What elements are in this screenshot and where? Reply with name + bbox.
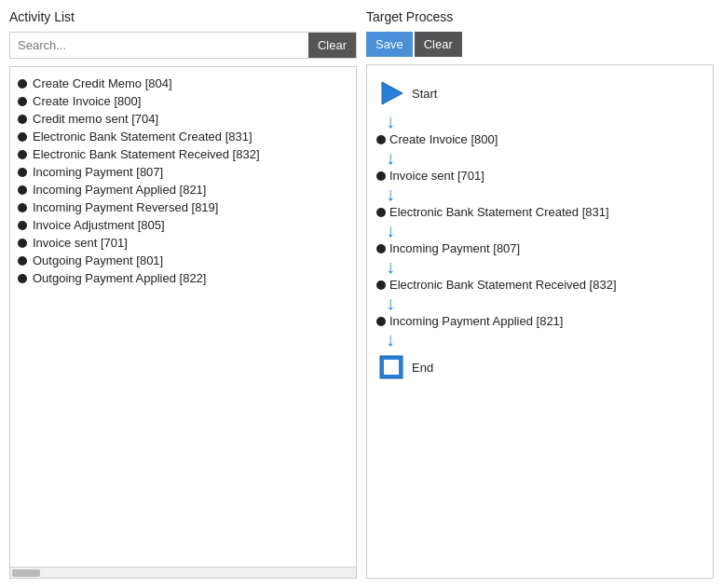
search-bar: Clear — [9, 32, 357, 59]
activity-bullet — [376, 171, 386, 181]
arrow-down-4: ↓ — [386, 257, 617, 276]
right-panel-inner: Target Process Save Clear Start ↓ — [366, 9, 714, 579]
start-node: Start — [376, 78, 437, 108]
list-item-label: Credit memo sent [704] — [33, 112, 158, 126]
list-item-label: Electronic Bank Statement Received [832] — [33, 147, 260, 161]
clear-button[interactable]: Clear — [308, 33, 356, 58]
activity-node-label: Create Invoice [800] — [389, 132, 498, 146]
list-item[interactable]: Incoming Payment Reversed [819] — [18, 198, 348, 216]
list-item[interactable]: Outgoing Payment [801] — [18, 252, 348, 269]
activity-list-scroll[interactable]: Create Credit Memo [804]Create Invoice [… — [9, 66, 357, 567]
svg-marker-0 — [382, 82, 402, 104]
arrow-down-5: ↓ — [386, 294, 617, 312]
list-item[interactable]: Incoming Payment [807] — [18, 163, 348, 181]
list-bullet — [18, 132, 27, 142]
list-item-label: Incoming Payment Applied [821] — [33, 183, 206, 197]
list-item-label: Incoming Payment Reversed [819] — [33, 200, 218, 214]
list-item-label: Outgoing Payment [801] — [33, 253, 163, 267]
arrow-down-2: ↓ — [386, 185, 617, 203]
activity-node-label: Electronic Bank Statement Created [831] — [389, 205, 609, 219]
end-icon — [376, 352, 406, 382]
activity-node: Incoming Payment Applied [821] — [376, 314, 617, 328]
arrow-down-3: ↓ — [386, 221, 617, 239]
end-node: End — [376, 352, 433, 382]
activity-bullet — [376, 208, 386, 217]
list-bullet — [18, 79, 27, 89]
list-item[interactable]: Outgoing Payment Applied [822] — [18, 269, 348, 287]
list-bullet — [18, 203, 27, 212]
activity-node-label: Electronic Bank Statement Received [832] — [389, 278, 617, 292]
list-item[interactable]: Electronic Bank Statement Created [831] — [18, 128, 348, 145]
search-input[interactable] — [10, 33, 308, 58]
target-process-title: Target Process — [366, 9, 714, 24]
list-item[interactable]: Credit memo sent [704] — [18, 110, 348, 128]
activity-node-label: Incoming Payment Applied [821] — [389, 314, 563, 328]
list-bullet — [18, 221, 27, 230]
arrow-down-6: ↓ — [386, 330, 617, 349]
start-label: Start — [412, 87, 437, 101]
activity-bullet — [376, 244, 386, 253]
svg-rect-2 — [384, 360, 399, 375]
process-scroll[interactable]: Start ↓ Create Invoice [800]↓Invoice sen… — [366, 64, 714, 579]
process-node-container: Start ↓ Create Invoice [800]↓Invoice sen… — [376, 75, 703, 386]
activity-list-title: Activity List — [9, 9, 357, 24]
list-bullet — [18, 256, 27, 266]
activity-node: Invoice sent [701] — [376, 169, 617, 183]
activity-node: Create Invoice [800] — [376, 132, 617, 146]
activity-node: Electronic Bank Statement Created [831] — [376, 205, 617, 219]
list-bullet — [18, 150, 27, 159]
activity-node-label: Incoming Payment [807] — [389, 241, 520, 255]
list-item[interactable]: Create Credit Memo [804] — [18, 75, 348, 92]
list-item[interactable]: Create Invoice [800] — [18, 92, 348, 110]
scrollbar-thumb — [12, 569, 40, 577]
activity-node: Electronic Bank Statement Received [832] — [376, 278, 617, 292]
list-bullet — [18, 274, 27, 283]
list-item[interactable]: Invoice sent [701] — [18, 234, 348, 252]
activity-node-label: Invoice sent [701] — [389, 169, 484, 183]
process-nodes: Create Invoice [800]↓Invoice sent [701]↓… — [376, 130, 617, 349]
activity-bullet — [376, 317, 386, 326]
list-item-label: Invoice sent [701] — [33, 236, 128, 250]
activity-bullet — [376, 280, 386, 290]
horizontal-scrollbar[interactable] — [9, 567, 357, 579]
list-item-label: Electronic Bank Statement Created [831] — [33, 130, 252, 144]
start-icon — [376, 78, 406, 108]
list-bullet — [18, 185, 27, 195]
end-label: End — [412, 361, 433, 375]
target-process-panel: Target Process Save Clear Start ↓ — [366, 9, 714, 579]
list-item-label: Create Credit Memo [804] — [33, 76, 172, 90]
activity-bullet — [376, 135, 386, 144]
activity-list-panel: Activity List Clear Create Credit Memo [… — [9, 9, 357, 579]
arrow-down-1: ↓ — [386, 148, 617, 167]
list-bullet — [18, 115, 27, 124]
list-item[interactable]: Incoming Payment Applied [821] — [18, 181, 348, 198]
toolbar: Save Clear — [366, 32, 714, 57]
activity-list: Create Credit Memo [804]Create Invoice [… — [18, 75, 348, 287]
list-item-label: Invoice Adjustment [805] — [33, 218, 165, 232]
list-item-label: Outgoing Payment Applied [822] — [33, 271, 206, 285]
list-bullet — [18, 239, 27, 248]
save-button[interactable]: Save — [366, 32, 413, 57]
activity-node: Incoming Payment [807] — [376, 241, 617, 255]
list-bullet — [18, 168, 27, 177]
list-bullet — [18, 97, 27, 106]
list-item-label: Incoming Payment [807] — [33, 165, 163, 179]
arrow-down-0: ↓ — [386, 112, 395, 130]
list-item[interactable]: Invoice Adjustment [805] — [18, 216, 348, 234]
list-item[interactable]: Electronic Bank Statement Received [832] — [18, 145, 348, 163]
list-item-label: Create Invoice [800] — [33, 94, 141, 108]
target-clear-button[interactable]: Clear — [415, 32, 462, 57]
